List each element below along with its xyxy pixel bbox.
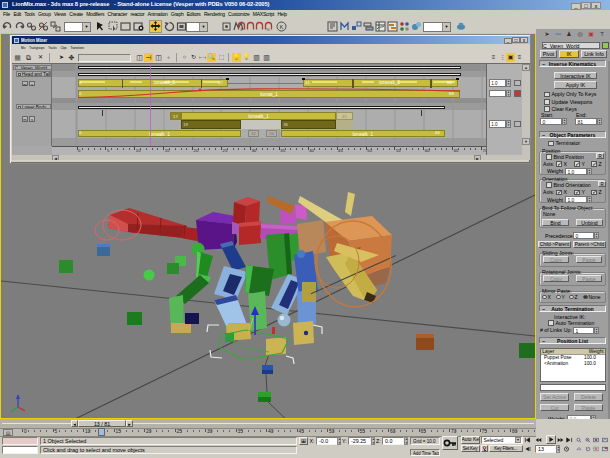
svg-text:3: 3	[240, 27, 243, 32]
svg-text:%: %	[266, 27, 270, 32]
svg-text:K: K	[279, 24, 283, 30]
